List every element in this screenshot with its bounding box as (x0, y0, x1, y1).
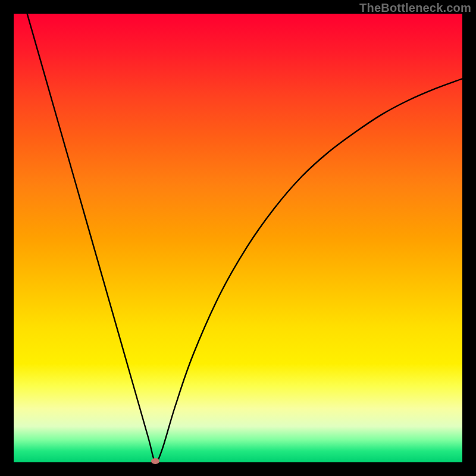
plot-area (14, 14, 462, 462)
watermark-text: TheBottleneck.com (359, 1, 471, 15)
min-point-marker (151, 458, 159, 464)
chart-frame: TheBottleneck.com (0, 0, 476, 476)
curve-svg (14, 14, 462, 462)
chart-curve (27, 14, 462, 462)
